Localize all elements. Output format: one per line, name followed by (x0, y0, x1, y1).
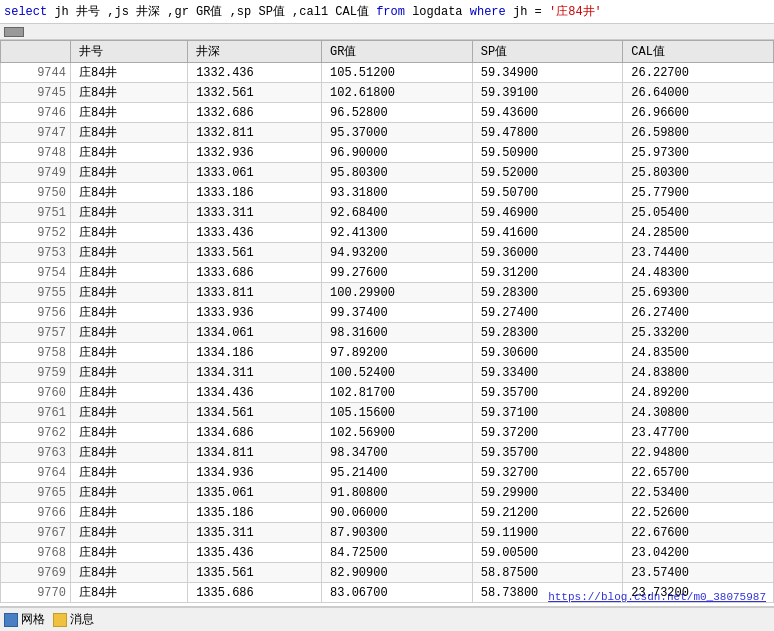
cell-rownum: 9752 (1, 223, 71, 243)
cell-rownum: 9758 (1, 343, 71, 363)
cell-sp: 59.41600 (472, 223, 623, 243)
table-row: 9761庄84井1334.561105.1560059.3710024.3080… (1, 403, 774, 423)
cell-js: 1335.186 (188, 503, 322, 523)
cell-sp: 59.32700 (472, 463, 623, 483)
cell-rownum: 9764 (1, 463, 71, 483)
cell-jh: 庄84井 (70, 423, 187, 443)
data-table-container[interactable]: 井号 井深 GR值 SP值 CAL值 9744庄84井1332.436105.5… (0, 40, 774, 607)
table-row: 9750庄84井1333.18693.3180059.5070025.77900 (1, 183, 774, 203)
cell-rownum: 9768 (1, 543, 71, 563)
table-row: 9752庄84井1333.43692.4130059.4160024.28500 (1, 223, 774, 243)
cell-cal: 23.74400 (623, 243, 774, 263)
msg-status-item[interactable]: 消息 (53, 611, 94, 628)
cell-gr: 105.15600 (322, 403, 473, 423)
cell-jh: 庄84井 (70, 83, 187, 103)
cell-sp: 59.00500 (472, 543, 623, 563)
cell-cal: 24.89200 (623, 383, 774, 403)
cell-cal: 24.30800 (623, 403, 774, 423)
cell-gr: 94.93200 (322, 243, 473, 263)
cell-gr: 105.51200 (322, 63, 473, 83)
cell-jh: 庄84井 (70, 323, 187, 343)
cell-cal: 25.33200 (623, 323, 774, 343)
cell-rownum: 9762 (1, 423, 71, 443)
cell-sp: 59.29900 (472, 483, 623, 503)
cell-js: 1334.811 (188, 443, 322, 463)
cell-sp: 59.28300 (472, 283, 623, 303)
table-row: 9751庄84井1333.31192.6840059.4690025.05400 (1, 203, 774, 223)
grid-status-item[interactable]: 网格 (4, 611, 45, 628)
cell-gr: 92.41300 (322, 223, 473, 243)
cell-jh: 庄84井 (70, 163, 187, 183)
cell-rownum: 9751 (1, 203, 71, 223)
cell-rownum: 9750 (1, 183, 71, 203)
cell-sp: 59.27400 (472, 303, 623, 323)
cell-cal: 22.52600 (623, 503, 774, 523)
col-header-jh: 井号 (70, 41, 187, 63)
cell-rownum: 9755 (1, 283, 71, 303)
cell-cal: 24.48300 (623, 263, 774, 283)
cell-sp: 59.43600 (472, 103, 623, 123)
cell-js: 1333.186 (188, 183, 322, 203)
cell-cal: 22.53400 (623, 483, 774, 503)
cell-rownum: 9765 (1, 483, 71, 503)
cell-jh: 庄84井 (70, 483, 187, 503)
cell-gr: 90.06000 (322, 503, 473, 523)
cell-cal: 25.69300 (623, 283, 774, 303)
sql-bar: select jh 井号 ,js 井深 ,gr GR值 ,sp SP值 ,cal… (0, 0, 774, 24)
table-row: 9765庄84井1335.06191.8080059.2990022.53400 (1, 483, 774, 503)
watermark: https://blog.csdn.net/m0_38075987 (548, 591, 766, 603)
cell-jh: 庄84井 (70, 543, 187, 563)
cell-gr: 82.90900 (322, 563, 473, 583)
table-row: 9762庄84井1334.686102.5690059.3720023.4770… (1, 423, 774, 443)
status-bar: 网格 消息 (0, 607, 774, 631)
cell-rownum: 9756 (1, 303, 71, 323)
cell-gr: 92.68400 (322, 203, 473, 223)
cell-js: 1334.061 (188, 323, 322, 343)
table-header-row: 井号 井深 GR值 SP值 CAL值 (1, 41, 774, 63)
cell-sp: 59.28300 (472, 323, 623, 343)
table-body: 9744庄84井1332.436105.5120059.3490026.2270… (1, 63, 774, 603)
cell-jh: 庄84井 (70, 223, 187, 243)
cell-gr: 96.52800 (322, 103, 473, 123)
col-header-sp: SP值 (472, 41, 623, 63)
cell-rownum: 9761 (1, 403, 71, 423)
cell-jh: 庄84井 (70, 583, 187, 603)
cell-js: 1333.311 (188, 203, 322, 223)
scroll-hint-bar (0, 24, 774, 40)
cell-jh: 庄84井 (70, 363, 187, 383)
cell-rownum: 9757 (1, 323, 71, 343)
cell-cal: 25.77900 (623, 183, 774, 203)
cell-rownum: 9769 (1, 563, 71, 583)
cell-js: 1333.811 (188, 283, 322, 303)
cell-sp: 59.50700 (472, 183, 623, 203)
cell-gr: 96.90000 (322, 143, 473, 163)
msg-label: 消息 (70, 611, 94, 628)
cell-js: 1333.686 (188, 263, 322, 283)
cell-cal: 25.97300 (623, 143, 774, 163)
cell-jh: 庄84井 (70, 283, 187, 303)
cell-js: 1332.936 (188, 143, 322, 163)
cell-jh: 庄84井 (70, 303, 187, 323)
cell-gr: 97.89200 (322, 343, 473, 363)
cell-js: 1332.811 (188, 123, 322, 143)
cell-cal: 26.22700 (623, 63, 774, 83)
cell-sp: 59.47800 (472, 123, 623, 143)
cell-sp: 59.35700 (472, 383, 623, 403)
cell-js: 1333.561 (188, 243, 322, 263)
cell-rownum: 9746 (1, 103, 71, 123)
table-row: 9766庄84井1335.18690.0600059.2120022.52600 (1, 503, 774, 523)
cell-jh: 庄84井 (70, 143, 187, 163)
cell-js: 1334.436 (188, 383, 322, 403)
table-row: 9746庄84井1332.68696.5280059.4360026.96600 (1, 103, 774, 123)
cell-cal: 25.05400 (623, 203, 774, 223)
cell-jh: 庄84井 (70, 123, 187, 143)
cell-gr: 84.72500 (322, 543, 473, 563)
table-row: 9756庄84井1333.93699.3740059.2740026.27400 (1, 303, 774, 323)
cell-rownum: 9745 (1, 83, 71, 103)
table-row: 9758庄84井1334.18697.8920059.3060024.83500 (1, 343, 774, 363)
cell-sp: 59.11900 (472, 523, 623, 543)
col-header-rownum (1, 41, 71, 63)
cell-gr: 102.81700 (322, 383, 473, 403)
scroll-indicator[interactable] (4, 27, 24, 37)
cell-js: 1335.436 (188, 543, 322, 563)
